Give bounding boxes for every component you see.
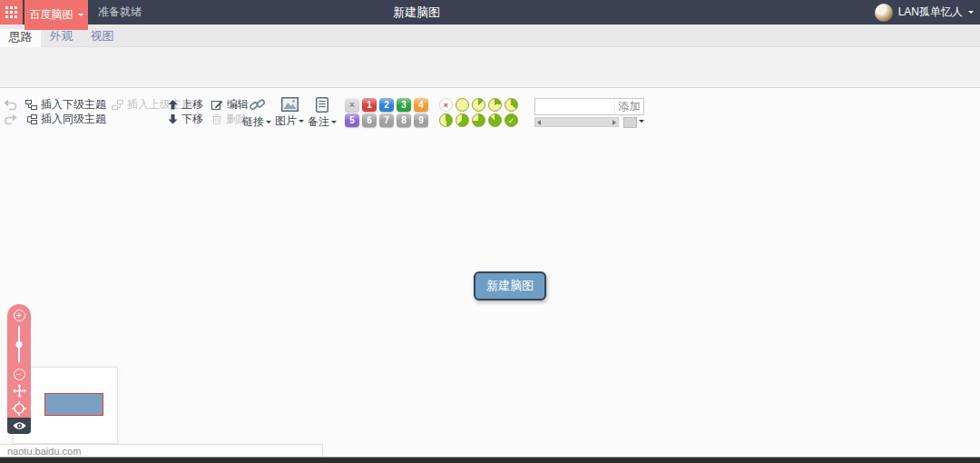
ribbon-tab-bar: 思路 外观 视图	[0, 25, 980, 47]
priority-2-icon[interactable]: 2	[379, 98, 394, 112]
priority-9-icon[interactable]: 9	[414, 113, 428, 127]
mindmap-canvas[interactable]: 新建脑图 + −	[0, 88, 980, 457]
move-group: 上移 下移	[168, 97, 203, 126]
progress-3-of-8-icon[interactable]	[505, 98, 518, 112]
insert-sibling-topic-button[interactable]: 插入同级主题	[25, 112, 106, 127]
document-title: 新建脑图	[393, 0, 440, 25]
toolbar: 插入下级主题 插入上级主题	[0, 47, 980, 88]
insert-child-topic-label: 插入下级主题	[41, 97, 106, 113]
pan-button[interactable]	[13, 384, 26, 398]
apps-grid-icon	[5, 6, 17, 18]
navigator-viewport-rect[interactable]	[44, 393, 103, 416]
scroll-left-icon[interactable]	[537, 120, 541, 125]
image-icon	[281, 97, 299, 112]
note-label: 备注	[308, 114, 329, 130]
eye-icon	[13, 421, 26, 430]
arrow-up-icon	[168, 100, 178, 110]
move-down-button[interactable]: 下移	[168, 112, 203, 127]
tag-add-button[interactable]: 添加	[614, 99, 643, 114]
tab-idea[interactable]: 思路	[0, 29, 41, 47]
note-button[interactable]: 备注	[307, 97, 338, 130]
undo-icon	[4, 99, 17, 111]
history-group	[4, 97, 17, 126]
zoom-strip-body: + −	[7, 304, 31, 418]
priority-8-icon[interactable]: 8	[397, 113, 411, 127]
note-document-icon	[316, 97, 328, 113]
progress-4-of-8-icon[interactable]	[439, 113, 453, 127]
zoom-in-button[interactable]: +	[14, 310, 25, 321]
undo-button[interactable]	[4, 99, 17, 111]
tag-list-scrollbar[interactable]	[534, 117, 619, 127]
priority-1-icon[interactable]: 1	[362, 98, 377, 112]
scroll-right-icon[interactable]	[612, 120, 616, 125]
user-name: LAN孤单忆人	[898, 5, 963, 20]
chevron-down-icon	[968, 11, 974, 14]
tag-dropdown-caret-icon[interactable]	[639, 120, 644, 123]
insert-sibling-topic-label: 插入同级主题	[41, 112, 106, 127]
move-up-button[interactable]: 上移	[168, 97, 203, 113]
user-avatar	[875, 4, 893, 22]
progress-0-of-8-icon[interactable]	[456, 98, 469, 112]
insert-parent-topic-icon	[112, 100, 123, 110]
ready-status-text: 准备就绪	[98, 0, 142, 25]
priority-7-icon[interactable]: 7	[379, 113, 394, 127]
link-label: 链接	[242, 114, 264, 130]
chevron-down-icon	[78, 14, 83, 16]
progress-icons: ×✓	[439, 98, 518, 127]
chevron-down-icon	[299, 120, 304, 123]
pan-move-icon	[13, 384, 26, 398]
zoom-slider-thumb[interactable]	[16, 341, 23, 348]
chevron-down-icon	[266, 121, 271, 123]
insert-child-topic-button[interactable]: 插入下级主题	[25, 97, 106, 113]
link-chain-icon	[249, 97, 266, 113]
zoom-slider[interactable]	[7, 324, 31, 366]
insert-child-topic-icon	[25, 100, 37, 110]
insert-sibling-topic-icon	[25, 114, 37, 124]
zoom-control-strip: + −	[7, 304, 31, 434]
progress-7-of-8-icon[interactable]	[488, 113, 502, 127]
priority-3-icon[interactable]: 3	[397, 98, 411, 112]
move-up-label: 上移	[181, 97, 203, 113]
edit-pencil-icon	[211, 99, 223, 111]
tab-idea-label: 思路	[9, 30, 33, 44]
trash-icon	[211, 113, 222, 125]
status-url: naotu.baidu.com	[0, 444, 323, 458]
progress-2-of-8-icon[interactable]	[488, 98, 502, 112]
redo-icon	[4, 113, 17, 125]
priority-remove-icon[interactable]: ×	[345, 98, 359, 112]
navigator-toggle-button[interactable]	[7, 418, 31, 434]
progress-5-of-8-icon[interactable]	[456, 113, 469, 127]
priority-badges: ×123456789	[345, 98, 428, 127]
redo-button[interactable]	[4, 113, 17, 125]
progress-1-of-8-icon[interactable]	[472, 98, 485, 112]
attach-group: 链接 图片 备注	[241, 97, 338, 130]
locate-center-button[interactable]	[12, 401, 26, 416]
move-down-label: 下移	[181, 112, 203, 127]
link-button[interactable]: 链接	[241, 97, 272, 130]
user-menu[interactable]: LAN孤单忆人	[875, 0, 974, 25]
progress-6-of-8-icon[interactable]	[472, 113, 485, 127]
image-button[interactable]: 图片	[274, 97, 305, 130]
tab-appearance-label: 外观	[50, 29, 74, 43]
locate-crosshair-icon	[12, 401, 26, 416]
priority-6-icon[interactable]: 6	[362, 113, 377, 127]
app-menu-button[interactable]: 百度脑图	[24, 0, 88, 30]
progress-done-icon[interactable]: ✓	[505, 113, 518, 127]
tab-view-label: 视图	[91, 29, 114, 43]
tag-dropdown-box[interactable]	[623, 117, 637, 128]
root-node-label: 新建脑图	[486, 278, 534, 294]
priority-4-icon[interactable]: 4	[414, 98, 428, 112]
arrow-down-icon	[168, 114, 178, 124]
priority-5-icon[interactable]: 5	[345, 113, 359, 127]
app-menu-label: 百度脑图	[30, 7, 74, 23]
window-bottom-edge	[0, 457, 980, 463]
zoom-out-button[interactable]: −	[14, 369, 25, 380]
root-node[interactable]: 新建脑图	[474, 271, 546, 300]
apps-grid-button[interactable]	[0, 0, 23, 25]
image-label: 图片	[275, 113, 297, 129]
chevron-down-icon	[331, 121, 337, 123]
tag-input[interactable]	[535, 100, 614, 113]
progress-remove-icon[interactable]: ×	[439, 98, 453, 112]
top-bar: 百度脑图 准备就绪 新建脑图 LAN孤单忆人	[0, 0, 980, 25]
tag-input-box: 添加	[534, 98, 644, 115]
